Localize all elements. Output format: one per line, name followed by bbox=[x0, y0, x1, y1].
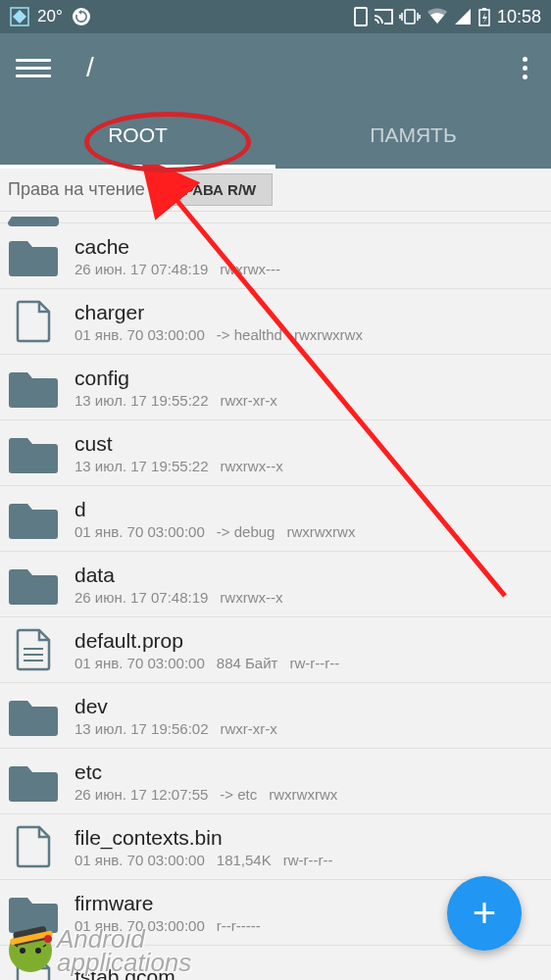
file-text-icon bbox=[8, 627, 59, 672]
folder-icon bbox=[8, 759, 59, 804]
file-name: cust bbox=[75, 432, 295, 456]
file-details: 01 янв. 70 03:00:00884 Байтrw-r--r-- bbox=[75, 655, 351, 671]
svg-rect-5 bbox=[482, 8, 486, 11]
file-row[interactable]: charger01 янв. 70 03:00:00-> healthdrwxr… bbox=[0, 289, 551, 355]
signal-icon bbox=[454, 8, 472, 25]
permissions-row: Права на чтение ПРАВА R/W bbox=[0, 169, 551, 212]
file-row[interactable]: file_contexts.bin01 янв. 70 03:00:00181,… bbox=[0, 814, 551, 880]
file-details: 01 янв. 70 03:00:00-> debugrwxrwxrwx bbox=[75, 523, 367, 540]
portrait-icon bbox=[354, 7, 368, 26]
folder-icon bbox=[8, 430, 59, 475]
file-name: file_contexts.bin bbox=[75, 826, 345, 850]
folder-icon bbox=[8, 365, 59, 410]
folder-icon bbox=[8, 496, 59, 541]
file-row[interactable]: default.prop01 янв. 70 03:00:00884 Байтr… bbox=[0, 617, 551, 683]
file-name: etc bbox=[75, 760, 349, 784]
file-row[interactable]: d01 янв. 70 03:00:00-> debugrwxrwxrwx bbox=[0, 486, 551, 552]
tabs: ROOT ПАМЯТЬ bbox=[0, 102, 551, 169]
file-name: cache bbox=[75, 235, 292, 259]
plus-icon: + bbox=[473, 890, 497, 937]
file-name: d bbox=[75, 498, 367, 521]
status-bar: 20° 10:58 bbox=[0, 0, 551, 33]
file-row[interactable]: etc26 июн. 17 12:07:55-> etcrwxrwxrwx bbox=[0, 749, 551, 814]
file-name: dev bbox=[75, 695, 289, 718]
file-list: cache26 июн. 17 07:48:19rwxrwx---charger… bbox=[0, 223, 551, 980]
status-temperature: 20° bbox=[37, 7, 63, 26]
file-details: 01 янв. 70 03:00:00-> healthdrwxrwxrwx bbox=[75, 326, 375, 343]
permissions-rw-button[interactable]: ПРАВА R/W bbox=[157, 173, 274, 206]
path-title: / bbox=[86, 52, 94, 83]
fab-add-button[interactable]: + bbox=[447, 876, 522, 951]
svg-rect-2 bbox=[355, 8, 367, 25]
file-row-partial[interactable] bbox=[0, 212, 551, 223]
file-name: config bbox=[75, 367, 289, 390]
tab-root-label: ROOT bbox=[108, 123, 168, 147]
file-name: firmware bbox=[75, 892, 273, 915]
file-row[interactable]: dev13 июл. 17 19:56:02rwxr-xr-x bbox=[0, 683, 551, 749]
file-details: 26 июн. 17 07:48:19rwxrwx--- bbox=[75, 261, 292, 277]
folder-icon bbox=[8, 562, 59, 607]
file-row[interactable]: cust13 июл. 17 19:55:22rwxrwx--x bbox=[0, 420, 551, 486]
file-details: 13 июл. 17 19:55:22rwxr-xr-x bbox=[75, 392, 289, 409]
file-name: charger bbox=[75, 301, 375, 324]
wifi-icon bbox=[426, 8, 448, 25]
permissions-label: Права на чтение bbox=[8, 179, 145, 200]
more-menu-icon[interactable] bbox=[515, 49, 535, 87]
folder-icon bbox=[8, 890, 59, 935]
tab-memory-label: ПАМЯТЬ bbox=[370, 123, 456, 147]
file-row[interactable]: fstab.qcom bbox=[0, 946, 551, 980]
file-details: 13 июл. 17 19:55:22rwxrwx--x bbox=[75, 458, 295, 474]
svg-rect-3 bbox=[405, 10, 415, 24]
file-details: 01 янв. 70 03:00:00181,54Krw-r--r-- bbox=[75, 852, 345, 868]
file-row[interactable]: config13 июл. 17 19:55:22rwxr-xr-x bbox=[0, 355, 551, 420]
tab-memory[interactable]: ПАМЯТЬ bbox=[276, 102, 551, 169]
cast-icon bbox=[374, 9, 393, 24]
folder-icon bbox=[8, 693, 59, 738]
file-row[interactable]: data26 июн. 17 07:48:19rwxrwx--x bbox=[0, 552, 551, 617]
tab-root[interactable]: ROOT bbox=[0, 102, 276, 169]
status-time: 10:58 bbox=[497, 7, 541, 27]
app-bar: / bbox=[0, 33, 551, 102]
file-name: data bbox=[75, 564, 295, 587]
battery-icon bbox=[477, 7, 491, 26]
sync-icon bbox=[71, 6, 92, 27]
file-details: 26 июн. 17 12:07:55-> etcrwxrwxrwx bbox=[75, 786, 349, 803]
app-icon-1 bbox=[10, 7, 29, 26]
file-details: 01 янв. 70 03:00:00r--r----- bbox=[75, 917, 273, 934]
file-details: 13 июл. 17 19:56:02rwxr-xr-x bbox=[75, 720, 289, 737]
file-details: 26 июн. 17 07:48:19rwxrwx--x bbox=[75, 589, 295, 606]
file-blank-icon bbox=[8, 299, 59, 344]
vibrate-icon bbox=[399, 8, 421, 25]
menu-icon[interactable] bbox=[16, 50, 51, 85]
file-blank-icon bbox=[8, 956, 59, 980]
folder-icon bbox=[8, 233, 59, 278]
file-name: fstab.qcom bbox=[75, 965, 175, 980]
file-row[interactable]: cache26 июн. 17 07:48:19rwxrwx--- bbox=[0, 223, 551, 289]
file-name: default.prop bbox=[75, 629, 351, 653]
file-blank-icon bbox=[8, 824, 59, 869]
